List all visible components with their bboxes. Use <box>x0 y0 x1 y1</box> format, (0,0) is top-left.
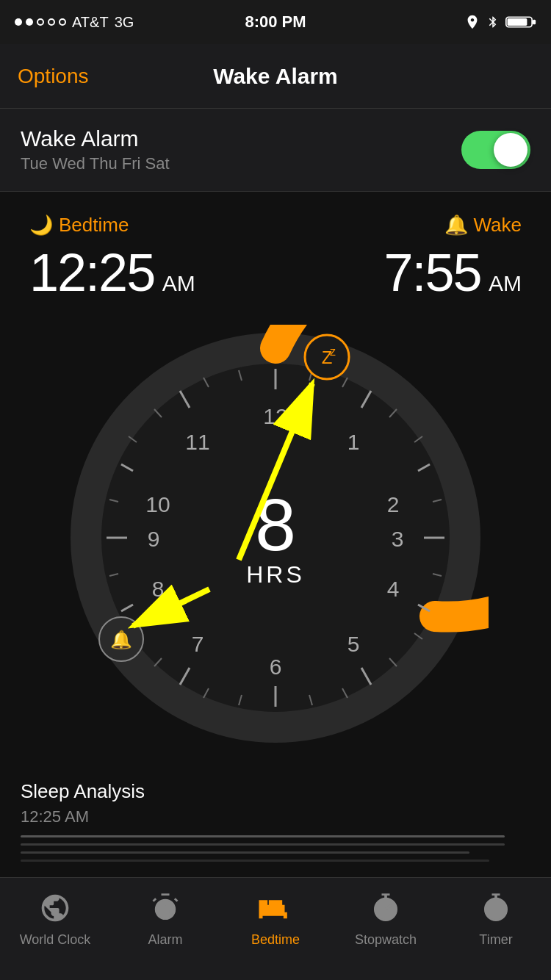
tab-alarm[interactable]: Alarm <box>110 890 220 948</box>
sleep-analysis-time: 12:25 AM <box>21 807 530 826</box>
stopwatch-icon <box>367 890 404 926</box>
svg-line-61 <box>154 898 156 901</box>
svg-text:12: 12 <box>263 404 287 428</box>
svg-text:11: 11 <box>185 430 209 454</box>
analysis-line-1 <box>21 835 505 837</box>
status-right <box>464 14 536 30</box>
svg-text:7: 7 <box>192 632 204 656</box>
clock-container[interactable]: 12 1 2 3 4 5 6 7 8 9 10 11 Z z 🔔 8 <box>62 325 489 751</box>
bedtime-time: 12:25 AM <box>29 242 195 303</box>
nav-bar: Options Wake Alarm <box>0 44 551 109</box>
sleep-analysis-title: Sleep Analysis <box>21 780 530 803</box>
alarm-status-icon <box>464 14 480 30</box>
signal-dot-3 <box>37 18 44 26</box>
svg-text:10: 10 <box>145 492 170 516</box>
analysis-line-2 <box>21 843 505 846</box>
world-clock-icon <box>37 890 73 926</box>
bedtime-tab-label: Bedtime <box>251 932 300 948</box>
wake-label: 🔔 Wake <box>444 214 522 237</box>
svg-text:🔔: 🔔 <box>110 629 132 650</box>
svg-text:2: 2 <box>387 492 400 516</box>
page-title: Wake Alarm <box>213 64 338 89</box>
alarm-label: Alarm <box>148 932 182 948</box>
svg-text:6: 6 <box>270 655 282 679</box>
analysis-line-3 <box>21 851 469 854</box>
timer-label: Timer <box>479 932 512 948</box>
signal-dot-5 <box>59 18 66 26</box>
bedtime-icon <box>257 890 294 926</box>
wake-alarm-section: Wake Alarm Tue Wed Thu Fri Sat <box>0 109 551 192</box>
battery-icon <box>505 14 536 30</box>
svg-text:5: 5 <box>347 632 360 656</box>
analysis-line-4 <box>21 860 489 862</box>
sleep-analysis: Sleep Analysis 12:25 AM <box>0 765 551 879</box>
tab-bedtime[interactable]: Bedtime <box>220 890 331 948</box>
wake-col: 🔔 Wake 7:55 AM <box>383 214 522 303</box>
svg-text:8: 8 <box>152 577 165 601</box>
signal-dots <box>15 18 66 26</box>
network-label: 3G <box>115 14 134 31</box>
alarm-icon <box>147 890 184 926</box>
bell-icon: 🔔 <box>444 214 468 237</box>
timer-icon <box>478 890 514 926</box>
toggle-knob <box>494 133 527 167</box>
stopwatch-label: Stopwatch <box>355 932 417 948</box>
svg-text:4: 4 <box>387 577 400 601</box>
status-time: 8:00 PM <box>245 12 306 32</box>
wake-alarm-info: Wake Alarm Tue Wed Thu Fri Sat <box>21 126 170 173</box>
wake-time: 7:55 AM <box>383 242 522 303</box>
world-clock-label: World Clock <box>20 932 91 948</box>
options-button[interactable]: Options <box>18 65 89 88</box>
clock-svg: 12 1 2 3 4 5 6 7 8 9 10 11 Z z 🔔 <box>62 325 489 751</box>
signal-dot-4 <box>48 18 55 26</box>
carrier-label: AT&T <box>72 14 109 31</box>
time-display: 🌙 Bedtime 12:25 AM 🔔 Wake 7:55 AM <box>0 192 551 317</box>
svg-rect-2 <box>533 20 536 25</box>
tab-world-clock[interactable]: World Clock <box>0 890 110 948</box>
tab-timer[interactable]: Timer <box>441 890 551 948</box>
svg-rect-1 <box>508 18 527 26</box>
svg-text:9: 9 <box>148 527 160 551</box>
bluetooth-icon <box>486 14 500 30</box>
svg-text:3: 3 <box>392 527 404 551</box>
status-bar: AT&T 3G 8:00 PM <box>0 0 551 44</box>
svg-line-62 <box>175 898 178 901</box>
clock-section: 12 1 2 3 4 5 6 7 8 9 10 11 Z z 🔔 8 <box>0 317 551 765</box>
signal-dot-2 <box>26 18 33 26</box>
wake-alarm-days: Tue Wed Thu Fri Sat <box>21 154 170 173</box>
wake-alarm-title: Wake Alarm <box>21 126 170 151</box>
bedtime-label: 🌙 Bedtime <box>29 214 195 237</box>
tab-bar: World Clock Alarm Bedtime <box>0 877 551 980</box>
moon-icon: 🌙 <box>29 214 53 237</box>
signal-dot-1 <box>15 18 22 26</box>
svg-text:1: 1 <box>347 430 360 454</box>
status-left: AT&T 3G <box>15 14 134 31</box>
wake-alarm-toggle[interactable] <box>461 131 530 169</box>
bedtime-col: 🌙 Bedtime 12:25 AM <box>29 214 195 303</box>
svg-text:z: z <box>330 345 336 358</box>
tab-stopwatch[interactable]: Stopwatch <box>331 890 441 948</box>
